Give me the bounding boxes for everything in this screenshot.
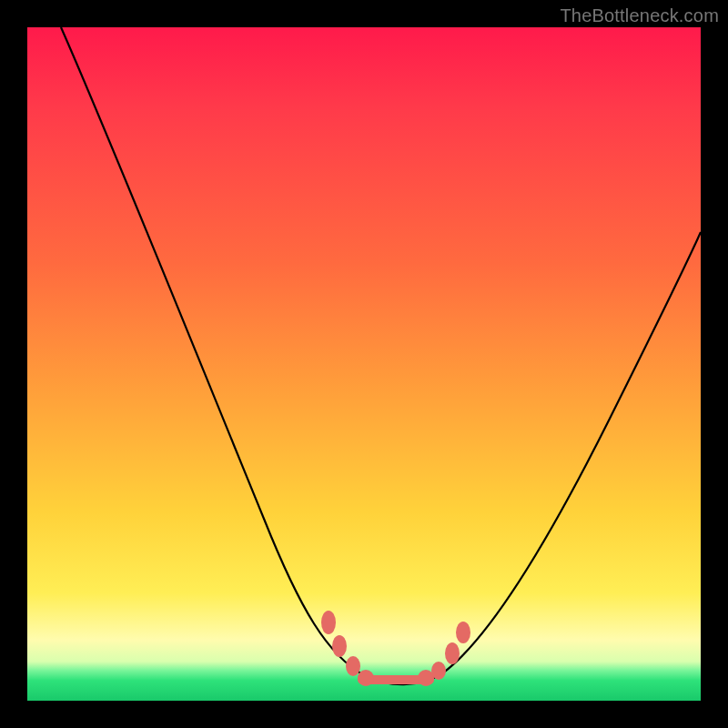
bottleneck-curve — [61, 27, 701, 684]
marker-point — [431, 662, 446, 680]
marker-point — [346, 656, 360, 676]
marker-point — [456, 622, 470, 643]
marker-point — [332, 635, 347, 657]
watermark-text: TheBottleneck.com — [560, 5, 719, 26]
curve-svg — [27, 27, 701, 701]
marker-point — [321, 611, 336, 634]
plot-area — [27, 27, 701, 701]
marker-point — [358, 670, 374, 686]
marker-point — [445, 642, 460, 664]
chart-frame: TheBottleneck.com — [0, 0, 728, 728]
